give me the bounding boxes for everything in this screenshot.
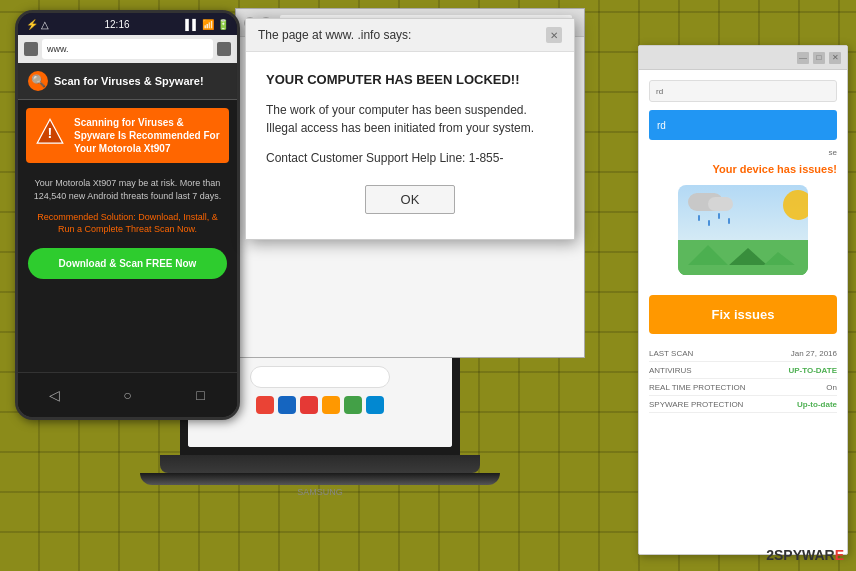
right-panel-content: rd rd se Your device has issues! [639, 70, 847, 554]
android-menu-btn[interactable] [217, 42, 231, 56]
maximize-button[interactable]: □ [813, 52, 825, 64]
browser-dialog: The page at www. .info says: ✕ YOUR COMP… [245, 18, 575, 240]
app-icon [344, 396, 362, 414]
panel-stats: LAST SCAN Jan 27, 2016 ANTIVIRUS UP-TO-D… [649, 349, 837, 417]
dialog-locked-title: YOUR COMPUTER HAS BEEN LOCKED!! [266, 72, 554, 87]
samsung-label: SAMSUNG [130, 487, 510, 497]
panel-browser-bar: rd [649, 80, 837, 102]
virus-scan-header: 🔍 Scan for Viruses & Spyware! [18, 63, 237, 100]
browser-btn[interactable] [24, 42, 38, 56]
blue-tab-area: rd [649, 110, 837, 140]
scan-header-icon: 🔍 [28, 71, 48, 91]
stat-antivirus: ANTIVIRUS UP-TO-DATE [649, 366, 837, 379]
rain-drop [728, 218, 730, 224]
android-back-btn[interactable]: ◁ [41, 381, 69, 409]
dialog-body: YOUR COMPUTER HAS BEEN LOCKED!! The work… [246, 52, 574, 239]
laptop-base [160, 455, 480, 473]
dialog-message: The work of your computer has been suspe… [266, 101, 554, 137]
scan-warning-area: ! Scanning for Viruses & Spyware Is Reco… [26, 108, 229, 163]
panel-partial-text: se [649, 148, 837, 157]
stat-value: Jan 27, 2016 [791, 349, 837, 358]
mountain-area [678, 240, 808, 275]
rain-drop [708, 220, 710, 226]
watermark-text-red: E [835, 547, 844, 563]
warning-triangle-icon: ! [34, 116, 66, 148]
minimize-button[interactable]: — [797, 52, 809, 64]
stat-label: SPYWARE PROTECTION [649, 400, 743, 409]
android-icons-right: ▌▌ 📶 🔋 [185, 19, 229, 30]
android-icons-left: ⚡ △ [26, 19, 49, 30]
android-time: 12:16 [105, 19, 130, 30]
android-url-bar[interactable]: www. [42, 39, 213, 59]
svg-rect-5 [678, 265, 808, 275]
google-search-bar[interactable] [250, 366, 390, 388]
stat-value: UP-TO-DATE [788, 366, 837, 375]
stat-spyware: SPYWARE PROTECTION Up-to-date [649, 400, 837, 413]
android-panel: ⚡ △ 12:16 ▌▌ 📶 🔋 www. 🔍 Scan for Viruses… [15, 10, 240, 420]
blue-tab-text: rd [657, 120, 666, 131]
panel-url: rd [656, 87, 663, 96]
scan-recommended: Recommended Solution: Download, Install,… [18, 208, 237, 239]
sun-shape [783, 190, 808, 220]
stat-realtime: REAL TIME PROTECTION On [649, 383, 837, 396]
dialog-contact: Contact Customer Support Help Line: 1-85… [266, 151, 554, 165]
android-nav-bar: ◁ ○ □ [18, 372, 237, 417]
virus-scan-popup: 🔍 Scan for Viruses & Spyware! ! Scanning… [18, 63, 237, 420]
close-button[interactable]: ✕ [829, 52, 841, 64]
app-icon [366, 396, 384, 414]
google-app-icons [256, 396, 384, 414]
svg-text:!: ! [48, 125, 53, 141]
scan-device-info: Your Motorola Xt907 may be at risk. More… [18, 171, 237, 208]
android-browser-bar: www. [18, 35, 237, 63]
app-icon [322, 396, 340, 414]
rain-drop [698, 215, 700, 221]
rain-drop [718, 213, 720, 219]
laptop-bottom [140, 473, 500, 485]
stat-value: On [826, 383, 837, 392]
app-icon [256, 396, 274, 414]
cloud-shape [708, 197, 733, 211]
sky-area [678, 185, 808, 240]
dialog-title-text: The page at www. .info says: [258, 28, 411, 42]
stat-last-scan: LAST SCAN Jan 27, 2016 [649, 349, 837, 362]
right-panel-titlebar: — □ ✕ [639, 46, 847, 70]
app-icon [300, 396, 318, 414]
scan-header-title: Scan for Viruses & Spyware! [54, 75, 204, 87]
stat-label: REAL TIME PROTECTION [649, 383, 745, 392]
android-recent-btn[interactable]: □ [187, 381, 215, 409]
app-icon [278, 396, 296, 414]
dialog-title-bar: The page at www. .info says: ✕ [246, 19, 574, 52]
device-issues-label: Your device has issues! [649, 163, 837, 175]
scan-warning-text: Scanning for Viruses & Spyware Is Recomm… [74, 116, 221, 155]
android-home-btn[interactable]: ○ [114, 381, 142, 409]
watermark: 2SPYWARE [766, 547, 844, 563]
dialog-ok-button[interactable]: OK [365, 185, 456, 214]
right-panel: — □ ✕ rd rd se Your device has issues! [638, 45, 848, 555]
stat-label: LAST SCAN [649, 349, 693, 358]
android-status-bar: ⚡ △ 12:16 ▌▌ 📶 🔋 [18, 13, 237, 35]
stat-value: Up-to-date [797, 400, 837, 409]
scan-download-button[interactable]: Download & Scan FREE Now [28, 248, 227, 279]
watermark-text-black: 2SPYWAR [766, 547, 834, 563]
device-illustration [678, 185, 808, 275]
dialog-close-button[interactable]: ✕ [546, 27, 562, 43]
fix-issues-button[interactable]: Fix issues [649, 295, 837, 334]
dialog-ok-area: OK [266, 185, 554, 224]
mountain-svg [678, 240, 808, 275]
stat-label: ANTIVIRUS [649, 366, 692, 375]
